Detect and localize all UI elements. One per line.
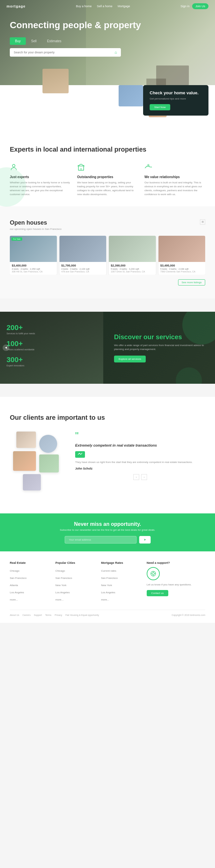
footer-link[interactable]: San Francisco [56,577,72,580]
footer-link[interactable]: Los Angeles [10,591,24,594]
stat-number-1: 200+ [6,323,101,332]
nav-mortgage[interactable]: Mortgage [118,5,130,8]
building-icon [77,163,86,173]
footer-link[interactable]: San Francisco [10,577,27,580]
newsletter-section: Never miss an opportunity. Subscribe to … [0,514,215,551]
footer-link[interactable]: San Francisco [101,577,118,580]
client-photo-4 [39,455,59,472]
join-us-button[interactable]: Join Us [192,3,209,9]
clients-content: " Extremely competent in real estate tra… [10,432,205,497]
footer-bottom-link[interactable]: Fair Housing & Equal opportunity [65,614,99,616]
listing-image-wrapper-4 [158,236,206,262]
listing-info-2: $1,795,000 4 beds · 3 baths · 2,100 sqft… [60,262,107,275]
footer-col-heading-1: Real Estate [10,561,49,564]
listing-price-3: $2,398,000 [111,264,154,267]
open-houses-header: Open houses ⊞ [10,219,205,226]
experts-heading: Experts in local and international prope… [10,145,205,154]
listing-price-4: $3,495,000 [160,264,204,267]
footer-link[interactable]: Chicago [56,569,65,572]
quote-mark: " [75,432,205,439]
newsletter-subtitle: Subscribe to our newsletter and be the f… [10,528,205,531]
listing-card: $2,398,000 5 beds · 4 baths · 3,200 sqft… [109,236,156,275]
listing-image-wrapper-2 [60,236,107,262]
svg-rect-3 [81,168,82,170]
footer-link[interactable]: New York [56,584,67,587]
stat-item-1: 200+ Services to fulfill your needs [6,323,101,335]
listing-image-wrapper-3 [109,236,156,262]
clients-photos [10,432,69,497]
listing-details-2: 4 beds · 3 baths · 2,100 sqft [62,268,105,270]
footer-link[interactable]: more... [101,598,109,601]
footer-col-real-estate: Real Estate Chicago San Francisco Atlant… [10,561,49,603]
footer-bottom-link[interactable]: Support [34,614,42,616]
testimonial-detail: They have shown us right from the start … [75,460,205,464]
listing-info-1: $3,400,000 4 beds · 4 baths · 2,350 sqft… [10,262,57,275]
footer-bottom-link[interactable]: Terms [45,614,51,616]
testimonial-next-button[interactable]: › [141,474,147,480]
listing-address-4: 7560 Clements San Francisco, CA [160,271,204,273]
expert-desc-2: We have been advising on buying, selling… [77,181,138,196]
home-value-section: Check your home value. Get personalized … [0,85,215,129]
start-now-button[interactable]: Start Now [150,104,170,110]
listing-card: $3,495,000 5 beds · 3 baths · 2,048 sqft… [158,236,206,275]
nav-buy[interactable]: Buy a home [76,5,92,8]
footer-link[interactable]: Atlanta [10,584,18,587]
listing-badge-1: For Sale [11,237,22,241]
clients-heading: Our clients are important to us [10,413,205,422]
footer-link[interactable]: more... [10,598,18,601]
footer-link[interactable]: more... [56,598,64,601]
expert-item-2: Outstanding properties We have been advi… [77,163,138,196]
experts-section: Experts in local and international prope… [0,129,215,206]
newsletter-email-input[interactable] [65,536,137,544]
footer-bottom-link[interactable]: About Us [10,614,19,616]
footer-link[interactable]: Chicago [10,569,19,572]
nav-sell[interactable]: Sell a home [97,5,113,8]
listing-details-4: 5 beds · 3 baths · 2,048 sqft [160,268,204,270]
sign-in-link[interactable]: Sign in [180,5,189,8]
listing-price-1: $3,400,000 [12,264,55,267]
footer-links-mortgage: Current rates San Francisco New York Los… [101,567,140,602]
contact-us-button[interactable]: Contact us [147,590,168,596]
tab-estimates[interactable]: Estimates [42,37,67,45]
tab-buy[interactable]: Buy [10,37,26,45]
footer-bottom-link[interactable]: Careers [23,614,31,616]
footer-col-cities: Popular Cities Chicago San Francisco New… [56,561,95,603]
footer: Real Estate Chicago San Francisco Atlant… [0,551,215,623]
footer-bottom-link[interactable]: Privacy [55,614,62,616]
listings-grid: For Sale $3,400,000 4 beds · 4 baths · 2… [10,236,205,275]
navbar-links: Buy a home Sell a home Mortgage [76,5,130,8]
explore-services-button[interactable]: Explore all services [114,355,146,363]
company-logo [75,451,85,458]
expert-title-2: Outstanding properties [77,175,138,179]
search-home-icon: ⌂ [115,50,117,55]
listing-info-4: $3,495,000 5 beds · 3 baths · 2,048 sqft… [158,262,206,275]
footer-support: Need a support? Let us know if you have … [147,561,205,603]
footer-link[interactable]: Los Angeles [101,591,115,594]
listing-details-3: 5 beds · 4 baths · 3,200 sqft [111,268,154,270]
newsletter-heading: Never miss an opportunity. [10,521,205,527]
home-value-subtitle: Get personalized tips and more [150,97,202,100]
services-right: Discover our services We offer a wide ra… [108,333,209,363]
svg-point-4 [148,164,149,166]
see-more-link[interactable]: See more listings [178,279,205,285]
play-button[interactable]: ◀ [3,344,9,351]
tab-sell[interactable]: Sell [26,37,42,45]
expert-item-3: We value relationships Our business is b… [144,163,205,196]
hero-title: Connecting people & property [10,20,205,31]
services-overlay: 200+ Services to fulfill your needs 100+… [0,312,215,384]
footer-link[interactable]: Los Angeles [56,591,70,594]
footer-link[interactable]: Current rates [101,569,116,572]
testimonial-prev-button[interactable]: ‹ [133,474,139,480]
listing-image-4 [158,236,206,262]
listing-address-2: 478 ave San Francisco, CA [62,271,105,273]
footer-links-real-estate: Chicago San Francisco Atlanta Los Angele… [10,567,49,602]
grid-view-icon[interactable]: ⊞ [200,219,205,225]
home-value-title: Check your home value. [150,90,202,96]
footer-link[interactable]: New York [101,584,112,587]
search-input[interactable] [14,51,115,54]
listing-address-3: 1007 Drive St, San Francisco, CA [111,271,154,273]
expert-desc-3: Our business is built on trust and integ… [144,181,205,196]
navbar-logo: mortgage [6,4,26,8]
navbar-auth: Sign in Join Us [180,3,209,9]
newsletter-submit-button[interactable]: ➤ [139,536,151,544]
